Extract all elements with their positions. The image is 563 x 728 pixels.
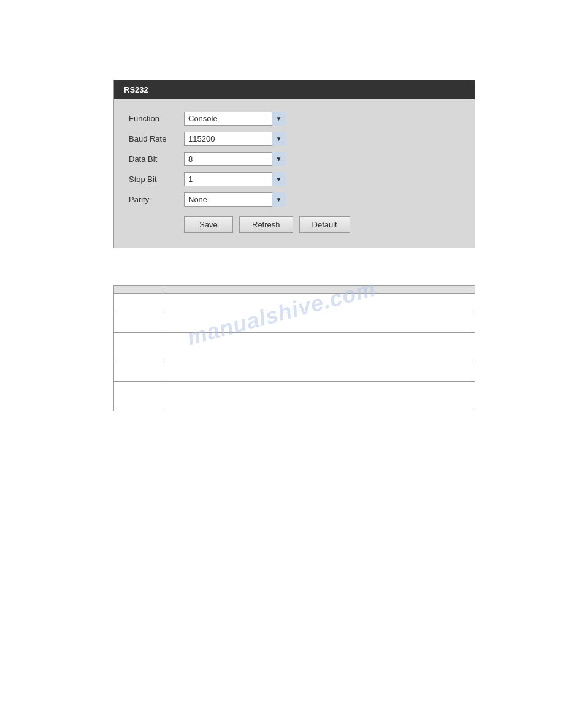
baud-rate-select-wrapper: 115200 9600 19200 38400 57600 ▼ <box>184 132 285 146</box>
default-button[interactable]: Default <box>299 216 350 233</box>
table-row <box>114 362 475 382</box>
rs232-panel: RS232 Function Console Other ▼ Baud Rate <box>113 80 475 248</box>
stop-bit-row: Stop Bit 1 2 ▼ <box>129 172 460 186</box>
rs232-header: RS232 <box>114 80 475 99</box>
stop-bit-select-wrapper: 1 2 ▼ <box>184 172 285 186</box>
table-header-row <box>114 286 475 294</box>
baud-rate-row: Baud Rate 115200 9600 19200 38400 57600 … <box>129 132 460 146</box>
parity-row: Parity None Even Odd ▼ <box>129 192 460 207</box>
baud-rate-select[interactable]: 115200 9600 19200 38400 57600 <box>184 132 285 146</box>
parity-select-wrapper: None Even Odd ▼ <box>184 192 285 207</box>
table-cell-4-1 <box>114 362 163 382</box>
function-select[interactable]: Console Other <box>184 112 285 126</box>
table-row <box>114 294 475 313</box>
table-cell-2-2 <box>163 313 475 333</box>
table-col2-header <box>163 286 475 294</box>
function-label: Function <box>129 114 184 123</box>
table-row <box>114 313 475 333</box>
stop-bit-label: Stop Bit <box>129 175 184 184</box>
table-section <box>113 285 475 411</box>
data-table <box>113 285 475 411</box>
table-col1-header <box>114 286 163 294</box>
rs232-title: RS232 <box>124 85 148 94</box>
data-bit-label: Data Bit <box>129 154 184 164</box>
baud-rate-label: Baud Rate <box>129 134 184 143</box>
refresh-button[interactable]: Refresh <box>239 216 293 233</box>
data-bit-select-wrapper: 8 7 6 5 ▼ <box>184 152 285 166</box>
data-bit-select[interactable]: 8 7 6 5 <box>184 152 285 166</box>
table-cell-5-1 <box>114 382 163 411</box>
table-row <box>114 382 475 411</box>
save-button[interactable]: Save <box>184 216 233 233</box>
stop-bit-select[interactable]: 1 2 <box>184 172 285 186</box>
table-cell-4-2 <box>163 362 475 382</box>
parity-label: Parity <box>129 195 184 204</box>
page-wrapper: RS232 Function Console Other ▼ Baud Rate <box>0 0 563 728</box>
table-cell-1-2 <box>163 294 475 313</box>
table-cell-3-1 <box>114 333 163 362</box>
button-row: Save Refresh Default <box>184 216 460 233</box>
function-row: Function Console Other ▼ <box>129 112 460 126</box>
rs232-body: Function Console Other ▼ Baud Rate 11520… <box>114 99 475 248</box>
table-cell-2-1 <box>114 313 163 333</box>
parity-select[interactable]: None Even Odd <box>184 192 285 207</box>
data-bit-row: Data Bit 8 7 6 5 ▼ <box>129 152 460 166</box>
table-cell-1-1 <box>114 294 163 313</box>
function-select-wrapper: Console Other ▼ <box>184 112 285 126</box>
table-row <box>114 333 475 362</box>
table-cell-5-2 <box>163 382 475 411</box>
table-cell-3-2 <box>163 333 475 362</box>
